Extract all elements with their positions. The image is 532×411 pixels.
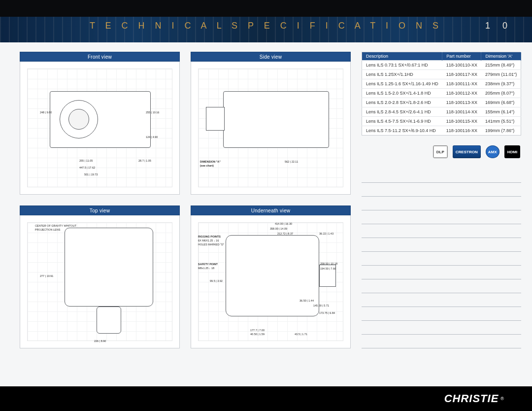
cell-desc: Lens ILS 7.5-11.2 SX+/6.9-10.4 HD: [362, 126, 442, 136]
cell-dim: 155mm (6.14"): [481, 107, 521, 117]
cell-dim: 169mm (6.68"): [481, 98, 521, 107]
page-number: 1 0: [485, 21, 512, 31]
table-row: Lens ILS 4.5-7.5 SX+/4.1-6.9 HD118-10011…: [362, 117, 521, 126]
dim-label: 177.7 | 7.00: [250, 329, 265, 332]
projector-top-body: [65, 228, 153, 307]
brand-logo: CHRISTIE ®: [444, 392, 504, 405]
dim-label: 173.75 | 6.84: [319, 311, 335, 314]
dim-label: 414.00 | 16.30: [275, 222, 292, 225]
cell-desc: Lens ILS 0.73:1 SX+/0.67:1 HD: [362, 61, 442, 70]
table-header-row: Description Part number Dimension 'A': [362, 52, 521, 61]
dim-label: 212.72 | 8.37: [277, 232, 293, 235]
dim-label: RIGGING POINTS: [198, 235, 221, 238]
table-row: Lens ILS 2.0-2.8 SX+/1.8-2.6 HD118-10011…: [362, 98, 521, 107]
table-row: Lens ILS 2.8-4.5 SX+/2.6-4.1 HD118-10011…: [362, 107, 521, 117]
dim-label: PROJECTION LENS: [35, 228, 60, 231]
certification-logos: DLP CRESTRON AMX HDMI: [362, 145, 521, 158]
panel-top-view: Top view CENTER OF GRAVITY WHITOUT PROJE…: [20, 206, 180, 348]
dim-label: 36.22 | 1.43: [319, 232, 333, 235]
right-column: Description Part number Dimension 'A' Le…: [362, 52, 521, 348]
dim-label: M8x1.25 ↓ 18: [198, 267, 214, 270]
table-row: Lens ILS 1.2SX+/1.1HD118-100117-XX279mm …: [362, 70, 521, 79]
cell-part: 118-100110-XX: [442, 61, 481, 70]
panel-header-side: Side view: [191, 52, 351, 62]
panel-header-top: Top view: [20, 206, 180, 215]
hdmi-logo-icon: HDMI: [504, 145, 520, 158]
panel-underneath-view: Underneath view 414.00 | 16.30 358.00 | …: [191, 206, 351, 348]
projector-top-lens: [97, 307, 121, 334]
dim-label: CENTER OF GRAVITY WHITOUT: [35, 224, 76, 227]
cell-dim: 279mm (11.01"): [481, 70, 521, 79]
dim-label: 277 | 10.91: [40, 274, 53, 277]
cell-dim: 238mm (9.37"): [481, 79, 521, 89]
cell-part: 118-100115-XX: [442, 117, 481, 126]
dim-label: 36.50 | 1.44: [299, 299, 314, 302]
dim-label: 124 | 4.90: [146, 136, 158, 138]
cell-part: 118-100113-XX: [442, 98, 481, 107]
dim-label: SAFETY POINT: [198, 263, 218, 266]
cell-desc: Lens ILS 1.25-1.6 SX+/1.16-1.49 HD: [362, 79, 442, 89]
dim-label: (see chart): [200, 164, 214, 167]
panel-header-front: Front view: [20, 52, 180, 62]
dim-label: 562 | 22.11: [285, 160, 298, 163]
cell-part: 118-100111-XX: [442, 79, 481, 89]
cell-desc: Lens ILS 4.5-7.5 SX+/4.1-6.9 HD: [362, 117, 442, 126]
cell-desc: Lens ILS 2.8-4.5 SX+/2.6-4.1 HD: [362, 107, 442, 117]
dim-label: 40.50 | 1.59: [250, 333, 265, 336]
dim-label: 226 | 8.90: [94, 340, 106, 342]
cell-part: 118-100112-XX: [442, 89, 481, 98]
panel-body-underneath: 414.00 | 16.30 358.00 | 14.09 212.72 | 8…: [191, 215, 351, 348]
projector-side-lens: [206, 107, 225, 131]
panel-body-side: 562 | 22.11 DIMENSION "A" (see chart): [191, 62, 351, 195]
ruled-notes-area: [362, 169, 521, 348]
table-row: Lens ILS 0.73:1 SX+/0.67:1 HD118-100110-…: [362, 61, 521, 70]
brand-name: CHRISTIE: [444, 392, 499, 405]
dim-label: 501 | 19.73: [84, 173, 98, 176]
cell-desc: Lens ILS 1.5-2.0 SX+/1.4-1.8 HD: [362, 89, 442, 98]
dim-label: 255 | 10.16: [146, 111, 159, 114]
cell-part: 118-100114-XX: [442, 107, 481, 117]
crestron-logo-icon: CRESTRON: [453, 145, 481, 158]
dim-label: 248 | 9.80: [40, 111, 52, 114]
dim-label: HOLES MARKED "D": [198, 243, 224, 246]
registered-icon: ®: [500, 396, 504, 401]
cell-dim: 205mm (8.07"): [481, 89, 521, 98]
dlp-logo-icon: DLP: [433, 145, 448, 158]
dim-label: 99.5 | 3.92: [210, 279, 223, 282]
dim-label: 358.00 | 14.09: [270, 227, 287, 230]
dim-label: 255 | 11.05: [79, 159, 93, 162]
projector-lens-inner: [68, 109, 89, 130]
dim-label: 28.7 | 1.05: [138, 159, 151, 162]
amx-logo-icon: AMX: [486, 145, 499, 158]
dim-label: 43.5 | 1.71: [295, 333, 307, 336]
projector-under-body: [226, 235, 319, 316]
col-dimension-a: Dimension 'A': [481, 52, 521, 61]
panel-front-view: Front view 248 | 9.80 255 | 10.16 124 | …: [20, 52, 180, 195]
dim-label: 258.50 | 10.18: [320, 262, 337, 265]
cell-dim: 141mm (5.51"): [481, 117, 521, 126]
cell-part: 118-100116-XX: [442, 126, 481, 136]
footer-bar: CHRISTIE ®: [0, 386, 532, 411]
panel-side-view: Side view 562 | 22.11 DIMENSION "A" (see…: [191, 52, 351, 195]
cell-dim: 215mm (8.49"): [481, 61, 521, 70]
panel-body-front: 248 | 9.80 255 | 10.16 124 | 4.90 255 | …: [20, 62, 180, 195]
cell-desc: Lens ILS 2.0-2.8 SX+/1.8-2.6 HD: [362, 98, 442, 107]
dim-label: 6X M6X1.25 ↓ 16: [198, 239, 219, 242]
col-description: Description: [362, 52, 442, 61]
cell-dim: 199mm (7.86"): [481, 126, 521, 136]
dim-label: 194.50 | 7.66: [320, 267, 336, 270]
col-part-number: Part number: [442, 52, 481, 61]
dim-label: DIMENSION "A": [200, 160, 221, 163]
dim-label: 447.5 | 17.62: [79, 166, 95, 169]
lens-table: Description Part number Dimension 'A' Le…: [362, 52, 521, 136]
cell-part: 118-100117-XX: [442, 70, 481, 79]
panel-body-top: CENTER OF GRAVITY WHITOUT PROJECTION LEN…: [20, 215, 180, 348]
header-bar: T E C H N I C A L S P E C I F I C A T I …: [0, 0, 532, 42]
projector-side-body: [223, 91, 329, 148]
dim-label: 145.00 | 5.71: [313, 304, 329, 307]
main-grid: Front view 248 | 9.80 255 | 10.16 124 | …: [20, 52, 512, 381]
table-row: Lens ILS 7.5-11.2 SX+/6.9-10.4 HD118-100…: [362, 126, 521, 136]
page-title: T E C H N I C A L S P E C I F I C A T I …: [0, 21, 532, 31]
table-row: Lens ILS 1.25-1.6 SX+/1.16-1.49 HD118-10…: [362, 79, 521, 89]
table-row: Lens ILS 1.5-2.0 SX+/1.4-1.8 HD118-10011…: [362, 89, 521, 98]
